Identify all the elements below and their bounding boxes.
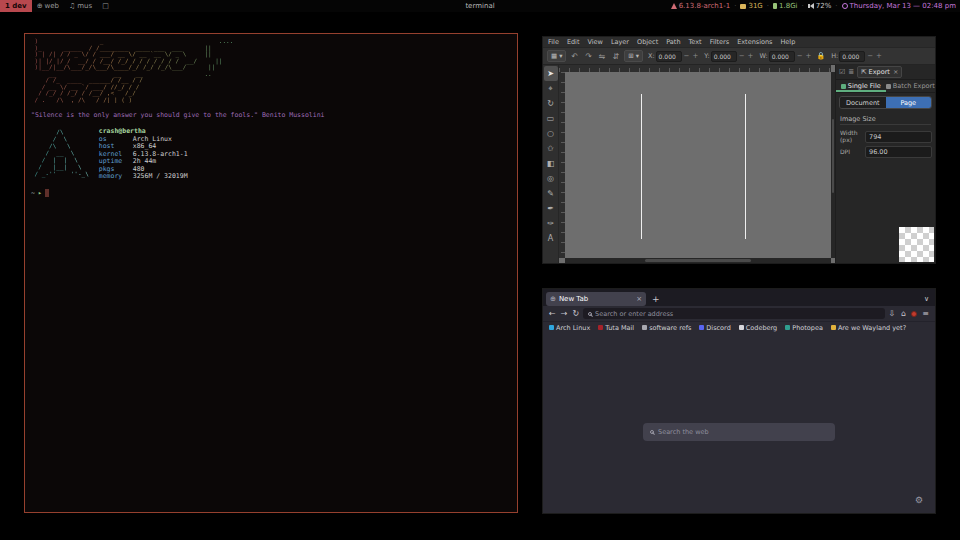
web-search-box[interactable]: [643, 423, 835, 441]
y-decrement-button[interactable]: −: [738, 52, 746, 60]
layers-dialog-icon[interactable]: ≣: [848, 68, 854, 76]
pen-tool-icon[interactable]: ✒: [544, 201, 558, 216]
lock-ratio-icon[interactable]: 🔒: [816, 52, 825, 60]
export-tab[interactable]: ⇱ Export ×: [857, 66, 902, 78]
export-preview-checkerboard: [899, 227, 934, 262]
firefox-window[interactable]: ⊕ New Tab × + ∨ ← → ↻ ⇩ ⌂ ≡ Arch Linux: [542, 288, 936, 514]
selection-mode-dropdown[interactable]: ▦▾: [547, 50, 566, 62]
tool-controls-bar: ▦▾ ↶ ↷ ⇋ ⇵ ⊞▾ X: 0.000 − + Y: 0.000 − + …: [543, 47, 935, 65]
height-input[interactable]: 0.000: [839, 51, 865, 62]
forward-button[interactable]: →: [560, 309, 569, 318]
page-button[interactable]: Page: [886, 97, 932, 108]
menu-edit[interactable]: Edit: [567, 38, 580, 46]
y-increment-button[interactable]: +: [747, 52, 755, 60]
menu-object[interactable]: Object: [637, 38, 658, 46]
personalize-gear-icon[interactable]: ⚙: [915, 495, 923, 505]
width-decrement-button[interactable]: −: [796, 52, 804, 60]
menu-layer[interactable]: Layer: [611, 38, 629, 46]
workspace-tag-mus[interactable]: ♫ mus: [64, 0, 97, 12]
active-tab[interactable]: ⊕ New Tab ×: [546, 292, 646, 306]
new-tab-button[interactable]: +: [649, 294, 663, 304]
bookmark-software-refs-folder[interactable]: software refs: [642, 324, 691, 332]
x-input[interactable]: 0.000: [656, 51, 682, 62]
list-all-tabs-icon[interactable]: ∨: [924, 295, 932, 303]
menu-text[interactable]: Text: [689, 38, 702, 46]
y-input[interactable]: 0.000: [711, 51, 737, 62]
inkscape-window[interactable]: File Edit View Layer Object Path Text Fi…: [542, 36, 936, 264]
reload-button[interactable]: ↻: [571, 309, 580, 318]
flip-horizontal-icon[interactable]: ⇋: [597, 52, 608, 61]
spiral-tool-icon[interactable]: ◎: [544, 171, 558, 186]
rotate-ccw-icon[interactable]: ↶: [569, 52, 580, 61]
arch-favicon: [549, 325, 554, 330]
menu-hamburger-icon[interactable]: ≡: [921, 309, 930, 318]
batch-export-tab[interactable]: Batch Export: [886, 80, 936, 92]
menu-path[interactable]: Path: [666, 38, 680, 46]
pencil-tool-icon[interactable]: ✎: [544, 186, 558, 201]
selector-tool-icon[interactable]: ➤: [544, 66, 558, 81]
extension-icon[interactable]: [911, 311, 917, 317]
export-width-input[interactable]: 794: [865, 131, 932, 143]
bookmark-are-we-wayland-yet[interactable]: Are we Wayland yet?: [831, 324, 906, 332]
text-tool-icon[interactable]: A: [544, 231, 558, 246]
bookmark-photopea[interactable]: Photopea: [785, 324, 823, 332]
calligraphy-tool-icon[interactable]: ✑: [544, 216, 558, 231]
terminal-window[interactable]: ) _ .... )_ _____ / /________ ____ ___ _…: [24, 33, 518, 513]
height-decrement-button[interactable]: −: [866, 52, 874, 60]
snap-icon: ⊞: [628, 52, 633, 60]
document-button[interactable]: Document: [840, 97, 886, 108]
menu-extensions[interactable]: Extensions: [737, 38, 772, 46]
workspace-tag-dev[interactable]: 1 dev: [0, 0, 32, 12]
rotate-cw-icon[interactable]: ↷: [583, 52, 594, 61]
url-bar[interactable]: [583, 308, 884, 319]
ellipse-tool-icon[interactable]: ○: [544, 126, 558, 141]
width-input[interactable]: 0.000: [769, 51, 795, 62]
single-file-tab[interactable]: Single File: [836, 80, 886, 92]
box3d-tool-icon[interactable]: ◧: [544, 156, 558, 171]
url-input[interactable]: [595, 310, 879, 318]
downloads-icon[interactable]: ⇩: [888, 309, 897, 318]
bookmark-codeberg[interactable]: Codeberg: [739, 324, 777, 332]
web-search-input[interactable]: [658, 428, 828, 436]
bookmark-tuta-mail[interactable]: Tuta Mail: [598, 324, 634, 332]
workspace-tags: 1 dev ⊕ web ♫ mus □: [0, 0, 114, 12]
x-decrement-button[interactable]: −: [683, 52, 691, 60]
fetch-row-memory: memory3256M / 32019M: [99, 173, 188, 181]
menu-file[interactable]: File: [548, 38, 559, 46]
search-icon: [588, 312, 592, 316]
star-tool-icon[interactable]: ✩: [544, 141, 558, 156]
export-icon: ⇱: [861, 68, 866, 76]
workspace-tag-empty[interactable]: □: [97, 0, 114, 12]
back-button[interactable]: ←: [548, 309, 557, 318]
export-scope-toggle: Document Page: [839, 96, 932, 109]
arch-icon: [671, 3, 677, 9]
shape-builder-tool-icon[interactable]: ↻: [544, 96, 558, 111]
workspace-tag-web[interactable]: ⊕ web: [32, 0, 64, 12]
align-dropdown[interactable]: ⊞▾: [624, 50, 643, 62]
horizontal-scrollbar[interactable]: [565, 258, 831, 263]
close-icon[interactable]: ×: [893, 68, 898, 76]
export-dpi-input[interactable]: 96.00: [865, 146, 932, 158]
toolbox: ➤ ⌖ ↻ ▭ ○ ✩ ◧ ◎ ✎ ✒ ✑ A: [543, 65, 559, 263]
height-increment-button[interactable]: +: [875, 52, 883, 60]
objects-dialog-icon[interactable]: ☑: [839, 68, 845, 76]
menu-view[interactable]: View: [587, 38, 602, 46]
workspace-label: mus: [77, 2, 92, 10]
shell-prompt[interactable]: ~ ▸: [31, 189, 511, 197]
desktop: 1 dev ⊕ web ♫ mus □ terminal 6.13.8-arch…: [0, 0, 960, 540]
close-tab-icon[interactable]: ×: [636, 295, 642, 303]
home-icon[interactable]: ⌂: [900, 309, 907, 318]
bookmark-arch-linux[interactable]: Arch Linux: [549, 324, 590, 332]
x-increment-button[interactable]: +: [691, 52, 699, 60]
square-icon: □: [102, 2, 109, 10]
node-tool-icon[interactable]: ⌖: [544, 81, 558, 96]
tab-title: New Tab: [559, 295, 588, 303]
menu-help[interactable]: Help: [780, 38, 795, 46]
canvas[interactable]: [559, 65, 835, 263]
menu-filters[interactable]: Filters: [710, 38, 729, 46]
rectangle-tool-icon[interactable]: ▭: [544, 111, 558, 126]
clock-icon: [842, 3, 848, 9]
width-increment-button[interactable]: +: [805, 52, 813, 60]
bookmark-discord[interactable]: Discord: [699, 324, 730, 332]
flip-vertical-icon[interactable]: ⇵: [611, 52, 622, 61]
